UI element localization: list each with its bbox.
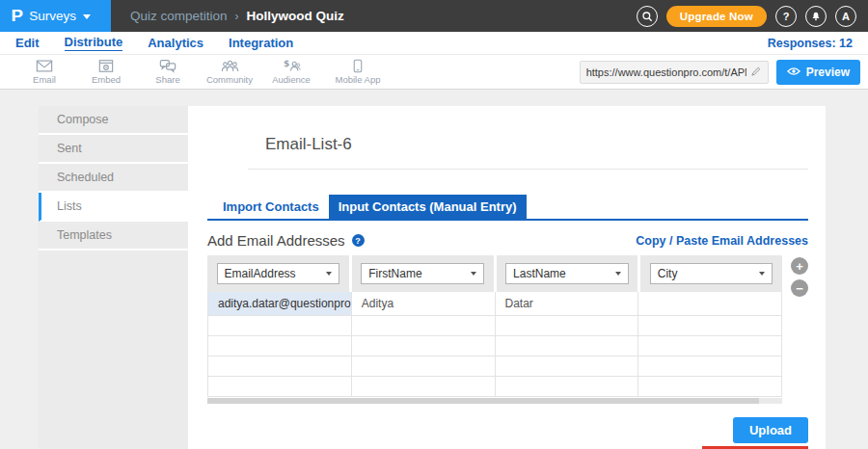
cell-firstname[interactable] [352, 336, 496, 357]
cell-firstname[interactable] [352, 377, 496, 397]
breadcrumb-parent[interactable]: Quiz competition [130, 9, 228, 23]
tab-edit[interactable]: Edit [15, 36, 40, 50]
channel-share[interactable]: Share [137, 59, 199, 85]
tab-input-contacts-manual[interactable]: Input Contacts (Manual Entry) [329, 195, 527, 219]
channel-email[interactable]: Email [14, 59, 75, 85]
cell-lastname[interactable] [496, 316, 639, 336]
preview-button[interactable]: Preview [776, 60, 860, 85]
dropdown-arrow-icon [326, 272, 332, 276]
survey-url-text[interactable]: https://www.questionpro.com/t/APNrFZ [586, 66, 746, 78]
responses-count: Responses: 12 [768, 37, 853, 50]
channel-label: Community [206, 74, 253, 85]
channel-embed[interactable]: Embed [75, 59, 137, 85]
email-list-title: Email-List-6 [265, 135, 808, 154]
email-icon [36, 59, 53, 73]
notifications-bell-icon[interactable] [805, 6, 827, 27]
tab-integration[interactable]: Integration [229, 36, 293, 50]
contacts-table: EmailAddress FirstName [207, 255, 782, 404]
community-people-icon [221, 59, 239, 73]
chevron-down-icon [83, 14, 91, 19]
breadcrumb-current: Hollywood Quiz [247, 9, 344, 23]
cell-city[interactable] [638, 377, 782, 397]
table-row [208, 377, 782, 397]
sidebar-item-lists[interactable]: Lists [39, 193, 188, 222]
copy-paste-emails-link[interactable]: Copy / Paste Email Addresses [636, 234, 808, 248]
select-value: City [658, 267, 678, 280]
help-icon[interactable]: ? [352, 234, 365, 247]
contacts-table-header: EmailAddress FirstName [207, 255, 782, 292]
tab-analytics[interactable]: Analytics [148, 36, 203, 50]
sidebar-item-sent[interactable]: Sent [39, 135, 188, 164]
channel-mobile-app[interactable]: Mobile App [322, 59, 393, 85]
column-select-city[interactable]: City [650, 263, 773, 284]
survey-nav: Edit Distribute Analytics Integration Re… [0, 32, 868, 55]
add-email-addresses-heading: Add Email Addresses [207, 232, 345, 249]
edit-pencil-icon[interactable] [750, 64, 762, 81]
cell-firstname[interactable] [352, 357, 496, 377]
dropdown-arrow-icon [615, 272, 621, 276]
channel-community[interactable]: Community [199, 59, 260, 85]
sidebar-item-templates[interactable]: Templates [39, 222, 188, 251]
product-menu[interactable]: P Surveys [0, 0, 111, 32]
survey-url-field[interactable]: https://www.questionpro.com/t/APNrFZ [580, 61, 769, 84]
cell-city[interactable] [638, 357, 782, 377]
channel-label: Share [155, 74, 179, 85]
cell-city[interactable] [638, 316, 782, 336]
dropdown-arrow-icon [471, 272, 476, 276]
channel-label: Audience [272, 74, 311, 85]
add-row-button[interactable]: + [791, 257, 808, 275]
distribute-toolbar: Email Embed Share Community $ Audience [0, 55, 868, 90]
channel-label: Embed [92, 74, 121, 85]
cell-city[interactable] [638, 292, 782, 316]
cell-email[interactable]: aditya.datar@questionpro.com [208, 292, 352, 316]
breadcrumb: Quiz competition › Hollywood Quiz [130, 9, 344, 23]
cell-firstname[interactable] [352, 316, 496, 336]
channel-audience[interactable]: $ Audience [260, 59, 322, 85]
questionpro-logo-icon[interactable]: P [11, 8, 22, 24]
contacts-tabs: Import Contacts Input Contacts (Manual E… [207, 195, 808, 221]
sidebar-item-scheduled[interactable]: Scheduled [39, 164, 188, 193]
page-body: Compose Sent Scheduled Lists Templates E… [0, 90, 868, 449]
column-select-firstname[interactable]: FirstName [361, 263, 484, 284]
table-row [208, 336, 782, 357]
header-cell: LastName [497, 255, 638, 292]
contacts-table-zone: EmailAddress FirstName [207, 255, 808, 404]
lists-panel: Email-List-6 Import Contacts Input Conta… [188, 106, 826, 449]
svg-text:$: $ [283, 59, 288, 68]
remove-row-button[interactable]: − [791, 279, 808, 297]
cell-lastname[interactable] [496, 336, 639, 357]
contacts-table-body: aditya.datar@questionpro.com Aditya Data… [207, 292, 782, 397]
share-chat-icon [159, 59, 176, 73]
cell-email[interactable] [208, 357, 352, 377]
upload-button[interactable]: Upload [733, 417, 808, 443]
help-icon[interactable]: ? [775, 6, 797, 27]
add-emails-header: Add Email Addresses ? Copy / Paste Email… [207, 232, 808, 249]
table-row: aditya.datar@questionpro.com Aditya Data… [208, 292, 782, 316]
cell-city[interactable] [638, 336, 782, 357]
search-icon[interactable] [637, 6, 658, 27]
tab-import-contacts[interactable]: Import Contacts [213, 195, 329, 219]
upgrade-now-button[interactable]: Upgrade Now [666, 6, 767, 27]
sidebar-item-compose[interactable]: Compose [39, 106, 188, 135]
avatar[interactable]: A [835, 6, 856, 27]
cell-email[interactable] [208, 377, 352, 397]
column-select-emailaddress[interactable]: EmailAddress [217, 263, 340, 284]
cell-email[interactable] [208, 316, 352, 336]
cell-lastname[interactable]: Datar [496, 292, 639, 316]
topbar: P Surveys Quiz competition › Hollywood Q… [0, 0, 868, 32]
scrollbar-thumb[interactable] [207, 398, 759, 404]
header-cell: City [640, 255, 782, 292]
cell-email[interactable] [208, 336, 352, 357]
table-row [208, 357, 782, 377]
column-select-lastname[interactable]: LastName [505, 263, 629, 284]
app-screen: P Surveys Quiz competition › Hollywood Q… [0, 0, 868, 449]
select-value: LastName [513, 267, 566, 280]
cell-lastname[interactable] [496, 377, 639, 397]
header-cell: EmailAddress [207, 255, 349, 292]
tab-distribute[interactable]: Distribute [65, 35, 123, 51]
cell-lastname[interactable] [496, 357, 639, 377]
cell-firstname[interactable]: Aditya [352, 292, 496, 316]
horizontal-scrollbar[interactable] [207, 398, 782, 404]
product-menu-label: Surveys [29, 9, 76, 23]
audience-dollar-people-icon: $ [283, 59, 301, 73]
